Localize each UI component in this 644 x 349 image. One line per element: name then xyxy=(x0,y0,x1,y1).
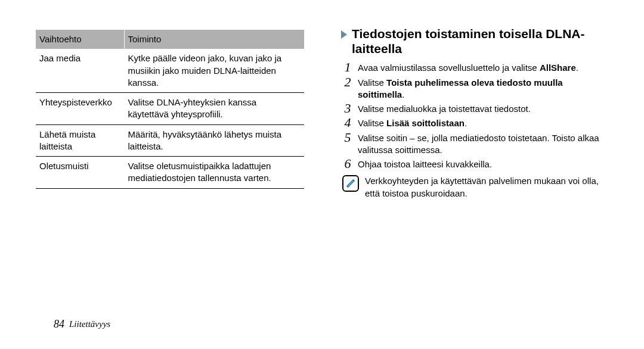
step-3: 3 Valitse medialuokka ja toistettavat ti… xyxy=(342,103,608,115)
step-1: 1 Avaa valmiustilassa sovellusluettelo j… xyxy=(342,62,608,74)
step-number: 5 xyxy=(342,131,353,144)
note-text: Verkkoyhteyden ja käytettävän palvelimen… xyxy=(365,175,608,200)
desc-1: Valitse DLNA-yhteyksien kanssa käytettäv… xyxy=(124,93,304,125)
step-2: 2 Valitse Toista puhelimessa oleva tiedo… xyxy=(342,77,608,101)
desc-2: Määritä, hyväksytäänkö lähetys muista la… xyxy=(124,124,304,157)
svg-marker-0 xyxy=(341,30,347,39)
step-6: 6 Ohjaa toistoa laitteesi kuvakkeilla. xyxy=(342,158,608,170)
section-heading: Tiedostojen toistaminen toisella DLNA-la… xyxy=(340,26,608,56)
header-function: Toiminto xyxy=(124,30,304,49)
opt-3: Oletusmuisti xyxy=(36,157,124,189)
opt-2: Lähetä muista laitteista xyxy=(36,124,124,157)
note-block: Verkkoyhteyden ja käytettävän palvelimen… xyxy=(342,175,608,200)
heading-text: Tiedostojen toistaminen toisella DLNA-la… xyxy=(352,26,608,56)
page-footer: 84 Liitettävyys xyxy=(54,317,608,331)
step-number: 2 xyxy=(342,76,353,89)
step-text: Valitse Lisää soittolistaan. xyxy=(358,117,608,129)
table-row: Jaa media Kytke päälle videon jako, kuva… xyxy=(36,49,304,92)
chevron-right-icon xyxy=(340,30,348,38)
note-icon xyxy=(342,175,359,192)
step-4: 4 Valitse Lisää soittolistaan. xyxy=(342,117,608,129)
section-name: Liitettävyys xyxy=(69,318,110,330)
options-table: Vaihtoehto Toiminto Jaa media Kytke pääl… xyxy=(36,30,304,189)
step-5: 5 Valitse soitin – se, jolla mediatiedos… xyxy=(342,132,608,157)
step-number: 3 xyxy=(342,102,353,115)
header-option: Vaihtoehto xyxy=(36,30,124,49)
opt-0: Jaa media xyxy=(36,49,124,92)
options-table-container: Vaihtoehto Toiminto Jaa media Kytke pääl… xyxy=(36,30,304,305)
step-text: Valitse soitin – se, jolla mediatiedosto… xyxy=(358,132,608,157)
step-number: 4 xyxy=(342,116,353,129)
desc-0: Kytke päälle videon jako, kuvan jako ja … xyxy=(124,49,304,92)
table-row: Yhteyspisteverkko Valitse DLNA-yhteyksie… xyxy=(36,93,304,125)
step-text: Ohjaa toistoa laitteesi kuvakkeilla. xyxy=(358,158,608,170)
instructions-column: Tiedostojen toistaminen toisella DLNA-la… xyxy=(340,30,608,305)
step-number: 6 xyxy=(342,157,353,170)
desc-3: Valitse oletusmuistipaikka ladattujen me… xyxy=(124,157,304,189)
table-header-row: Vaihtoehto Toiminto xyxy=(36,30,304,49)
step-text: Valitse Toista puhelimessa oleva tiedost… xyxy=(358,77,608,101)
step-number: 1 xyxy=(342,61,353,74)
step-text: Avaa valmiustilassa sovellusluettelo ja … xyxy=(358,62,608,74)
page-number: 84 xyxy=(54,317,64,331)
table-row: Oletusmuisti Valitse oletusmuistipaikka … xyxy=(36,157,304,189)
step-text: Valitse medialuokka ja toistettavat tied… xyxy=(358,103,608,115)
table-row: Lähetä muista laitteista Määritä, hyväks… xyxy=(36,124,304,157)
opt-1: Yhteyspisteverkko xyxy=(36,93,124,125)
